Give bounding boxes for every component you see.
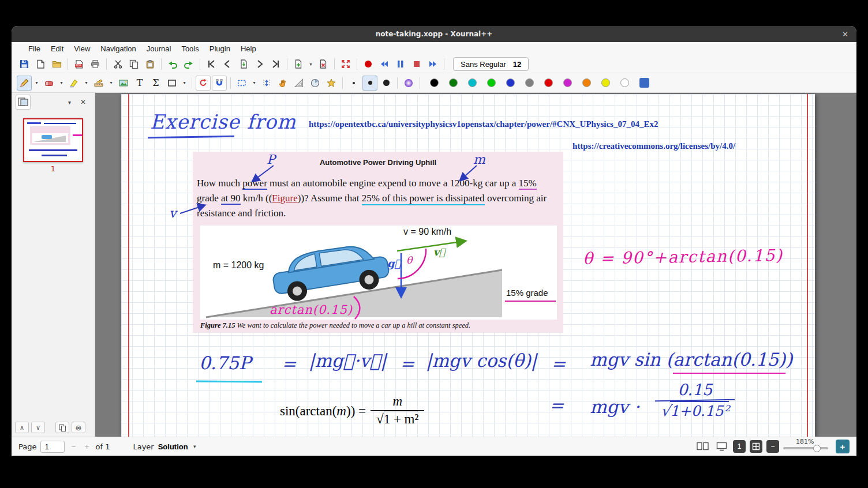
window-close-button[interactable]: ✕: [842, 30, 848, 39]
math-tex-button[interactable]: Σ: [148, 76, 163, 91]
undo-button[interactable]: [165, 57, 180, 72]
menu-tools[interactable]: Tools: [176, 43, 204, 54]
last-page-button[interactable]: [268, 57, 283, 72]
presentation-mode-button[interactable]: [714, 440, 729, 453]
goto-page-button[interactable]: [236, 57, 251, 72]
paste-button[interactable]: [143, 57, 158, 72]
menu-help[interactable]: Help: [235, 43, 261, 54]
add-page-button[interactable]: [291, 57, 306, 72]
open-button[interactable]: [49, 57, 64, 72]
vertical-space-button[interactable]: [259, 76, 274, 91]
save-button[interactable]: [17, 57, 32, 72]
page-up-button[interactable]: ∧: [15, 422, 29, 433]
statusbar: Page − + of 1 Layer Solution▾ 1 − 181% +: [12, 437, 856, 456]
spline-tool-button[interactable]: [324, 76, 339, 91]
page-decrement-button[interactable]: −: [69, 442, 78, 451]
color-magenta[interactable]: [563, 78, 572, 87]
record-audio-button[interactable]: [361, 57, 376, 72]
color-palette: [430, 78, 629, 87]
menu-journal[interactable]: Journal: [141, 43, 177, 54]
copy-button[interactable]: [126, 57, 141, 72]
color-gray[interactable]: [525, 78, 534, 87]
close-icon: ✕: [80, 98, 86, 106]
redo-button[interactable]: [181, 57, 196, 72]
preview-pane-toggle[interactable]: [16, 95, 31, 110]
highlighter-dropdown[interactable]: ▾: [83, 76, 90, 91]
text-tool-button[interactable]: T: [132, 76, 147, 91]
fullscreen-button[interactable]: [338, 57, 353, 72]
eraser-tool-button[interactable]: [42, 76, 57, 91]
hand-tool-button[interactable]: [275, 76, 290, 91]
snap-magnet-button[interactable]: [212, 76, 227, 91]
ruler-tool-button[interactable]: [91, 76, 106, 91]
thickness-thick-button[interactable]: [379, 76, 394, 91]
color-yellow[interactable]: [601, 78, 610, 87]
handwritten-heading: Exercise from: [150, 110, 296, 133]
eraser-dropdown[interactable]: ▾: [58, 76, 65, 91]
color-blue[interactable]: [506, 78, 515, 87]
thickness-fine-button[interactable]: [346, 76, 361, 91]
color-light-green[interactable]: [487, 78, 496, 87]
select-rectangle-button[interactable]: [234, 76, 249, 91]
opacity-button[interactable]: [401, 76, 416, 91]
copy-page-button[interactable]: [55, 422, 69, 433]
shape-recognizer-button[interactable]: [196, 76, 211, 91]
close-preview-button[interactable]: ⊗: [72, 422, 85, 433]
color-red[interactable]: [544, 78, 553, 87]
highlighter-tool-button[interactable]: [66, 76, 81, 91]
pen-tool-button[interactable]: [17, 76, 32, 91]
menu-file[interactable]: File: [23, 43, 46, 54]
first-page-button[interactable]: [204, 57, 219, 72]
zoom-in-button[interactable]: +: [836, 440, 850, 453]
export-pdf-button[interactable]: PDF: [72, 57, 87, 72]
insert-image-button[interactable]: [116, 76, 131, 91]
sidebar-close-button[interactable]: ✕: [76, 95, 91, 110]
ruler-dropdown[interactable]: ▾: [107, 76, 115, 91]
zoom-out-button[interactable]: −: [766, 440, 779, 453]
cut-button[interactable]: [110, 57, 125, 72]
license-link[interactable]: https://creativecommons.org/licenses/by/…: [573, 141, 735, 151]
zoom-100-button[interactable]: 1: [733, 440, 746, 453]
color-green[interactable]: [449, 78, 458, 87]
page-increment-button[interactable]: +: [82, 442, 91, 451]
print-button[interactable]: [88, 57, 103, 72]
page-down-button[interactable]: ∨: [31, 422, 45, 433]
pen-dropdown[interactable]: ▾: [33, 76, 40, 91]
thickness-medium-button[interactable]: [362, 76, 377, 91]
color-black[interactable]: [430, 78, 439, 87]
menu-navigation[interactable]: Navigation: [95, 43, 141, 54]
rewind-button[interactable]: [377, 57, 392, 72]
zoom-fit-button[interactable]: [750, 440, 762, 453]
font-selector[interactable]: Sans Regular 12: [453, 57, 529, 71]
menu-edit[interactable]: Edit: [46, 43, 69, 54]
compass-button[interactable]: [308, 76, 323, 91]
shape-dropdown[interactable]: ▾: [181, 76, 188, 91]
menu-view[interactable]: View: [69, 43, 95, 54]
menu-plugin[interactable]: Plugin: [204, 43, 235, 54]
previous-page-button[interactable]: [220, 57, 235, 72]
page-thumbnail[interactable]: [23, 118, 83, 162]
zoom-slider-handle[interactable]: [813, 445, 821, 452]
select-dropdown[interactable]: ▾: [250, 76, 258, 91]
setsquare-button[interactable]: [291, 76, 306, 91]
figure-link[interactable]: Figure: [272, 193, 297, 204]
shape-tool-button[interactable]: [164, 76, 179, 91]
pause-button[interactable]: [393, 57, 408, 72]
source-link[interactable]: https://opentextbc.ca/universityphysicsv…: [309, 119, 658, 129]
color-orange[interactable]: [582, 78, 591, 87]
journal-page[interactable]: Exercise from https://opentextbc.ca/univ…: [121, 94, 815, 437]
delete-page-button[interactable]: [316, 57, 331, 72]
zoom-slider[interactable]: [783, 447, 828, 449]
next-page-button[interactable]: [252, 57, 267, 72]
stop-button[interactable]: [409, 57, 424, 72]
new-document-button[interactable]: [33, 57, 48, 72]
forward-button[interactable]: [425, 57, 440, 72]
dual-page-view-button[interactable]: [695, 440, 710, 453]
sidebar-dropdown-button[interactable]: ▾: [66, 95, 73, 110]
add-page-dropdown[interactable]: ▾: [307, 57, 315, 72]
color-cyan[interactable]: [468, 78, 477, 87]
color-chooser-button[interactable]: [637, 76, 652, 91]
page-number-input[interactable]: [40, 441, 65, 453]
layer-dropdown[interactable]: Solution▾: [158, 442, 199, 451]
color-white[interactable]: [620, 78, 629, 87]
